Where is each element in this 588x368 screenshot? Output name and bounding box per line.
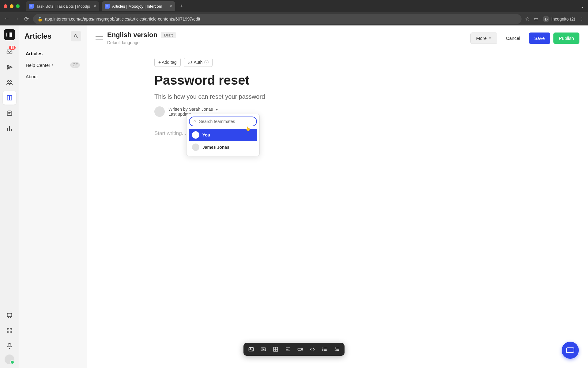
- sidebar: Articles Articles Help Center › Off Abou…: [19, 25, 87, 368]
- teammate-search-field[interactable]: [189, 117, 257, 126]
- intercom-icon: [566, 347, 574, 353]
- operators-nav[interactable]: [3, 106, 16, 120]
- save-button[interactable]: Save: [529, 33, 550, 44]
- button-label: More: [476, 36, 487, 41]
- back-button[interactable]: ←: [4, 16, 10, 22]
- intercom-launcher[interactable]: [562, 342, 579, 359]
- url-field[interactable]: 🔒 app.intercom.com/a/apps/nnsgmgob/artic…: [33, 14, 522, 24]
- incognito-label: Incognito (2): [551, 17, 575, 21]
- align-insert-icon[interactable]: [285, 346, 291, 353]
- svg-point-0: [7, 81, 9, 82]
- chevron-right-icon: ›: [52, 63, 53, 67]
- article-title-input[interactable]: Password reset: [154, 73, 588, 88]
- search-button[interactable]: [71, 31, 81, 41]
- window-close-icon[interactable]: [4, 4, 7, 8]
- editor-subtitle: Default language: [107, 40, 176, 45]
- forward-button[interactable]: →: [13, 16, 20, 22]
- author-row: Written by Sarah Jonas ▼ Last update: [154, 106, 588, 117]
- author-avatar: [154, 106, 165, 117]
- article-description-input[interactable]: This is how you can reset your password: [154, 93, 588, 100]
- browser-menu-icon[interactable]: ⋮: [579, 16, 584, 22]
- contacts-nav[interactable]: [3, 76, 16, 89]
- extensions-icon[interactable]: ▭: [534, 16, 538, 22]
- teammate-dropdown: You 👆 James Jonas: [186, 114, 260, 156]
- tag-label: Auth: [194, 60, 203, 65]
- svg-point-1: [9, 81, 11, 82]
- browser-tab-bar: ≡ Task Bots | Task Bots | Moodjo × ≡ Art…: [0, 0, 588, 12]
- messenger-nav[interactable]: [3, 309, 16, 322]
- table-insert-icon[interactable]: [272, 346, 279, 353]
- cursor-icon: 👆: [245, 126, 251, 131]
- new-tab-button[interactable]: +: [178, 3, 186, 10]
- window-minimize-icon[interactable]: [10, 4, 13, 8]
- tab-title: Task Bots | Task Bots | Moodjo: [36, 4, 90, 9]
- teammate-option-you[interactable]: You 👆: [189, 129, 257, 141]
- author-name: Sarah Jonas: [189, 107, 213, 112]
- numbered-list-icon[interactable]: [334, 346, 340, 353]
- sidebar-item-label: Articles: [26, 51, 43, 56]
- incognito-indicator: ◐ Incognito (2): [543, 16, 575, 22]
- sidebar-title: Articles: [24, 32, 51, 40]
- avatar-icon: [192, 131, 199, 139]
- outbound-nav[interactable]: [3, 60, 16, 74]
- browser-chrome: ≡ Task Bots | Task Bots | Moodjo × ≡ Art…: [0, 0, 588, 25]
- sidebar-item-articles[interactable]: Articles: [23, 48, 83, 59]
- divider: [96, 49, 579, 49]
- avatar-icon: [192, 144, 199, 151]
- browser-tab-1[interactable]: ≡ Task Bots | Task Bots | Moodjo ×: [26, 1, 99, 11]
- svg-rect-3: [7, 313, 12, 317]
- toggle-sidebar-button[interactable]: [96, 36, 103, 40]
- video-insert-icon[interactable]: [260, 346, 267, 353]
- author-prefix: Written by: [168, 107, 189, 112]
- more-button[interactable]: More ▼: [470, 33, 497, 44]
- browser-tab-2[interactable]: ≡ Articles | Moodjoy | Intercom ×: [102, 1, 175, 11]
- notifications-nav[interactable]: [3, 339, 16, 353]
- tag-icon: 🏷: [188, 60, 192, 65]
- code-insert-icon[interactable]: [309, 346, 316, 353]
- status-badge: Draft: [161, 32, 176, 38]
- sidebar-item-about[interactable]: About: [23, 71, 83, 82]
- teammate-search-input[interactable]: [199, 119, 253, 124]
- editor-header: English version Draft Default language M…: [87, 25, 588, 49]
- search-icon: [74, 34, 78, 39]
- sidebar-item-help-center[interactable]: Help Center › Off: [23, 59, 83, 71]
- svg-point-15: [322, 348, 323, 348]
- editor-toolbar: [243, 343, 345, 356]
- bullet-list-icon[interactable]: [321, 346, 328, 353]
- teammate-option-james[interactable]: James Jonas: [189, 141, 257, 153]
- svg-rect-14: [298, 348, 302, 351]
- teammate-name: James Jonas: [202, 145, 229, 150]
- reload-button[interactable]: ⟳: [23, 16, 29, 22]
- publish-button[interactable]: Publish: [553, 33, 579, 44]
- remove-tag-icon[interactable]: ×: [204, 60, 209, 64]
- close-icon[interactable]: ×: [170, 4, 172, 9]
- bookmark-icon[interactable]: ☆: [525, 16, 530, 22]
- add-tag-button[interactable]: + Add tag: [154, 58, 181, 67]
- button-insert-icon[interactable]: [297, 346, 303, 353]
- svg-point-8: [74, 35, 77, 37]
- image-insert-icon[interactable]: [248, 346, 254, 353]
- tag-chip[interactable]: 🏷 Auth ×: [184, 58, 213, 67]
- teammate-name: You: [202, 132, 210, 137]
- main-content: English version Draft Default language M…: [87, 25, 588, 368]
- tab-overflow-icon[interactable]: ⌄: [580, 3, 584, 9]
- tags-row: + Add tag 🏷 Auth ×: [154, 58, 588, 67]
- tab-favicon-icon: ≡: [29, 4, 34, 9]
- window-maximize-icon[interactable]: [16, 4, 20, 8]
- svg-rect-4: [7, 328, 9, 330]
- author-picker[interactable]: Sarah Jonas ▼: [189, 107, 218, 112]
- svg-rect-2: [7, 111, 12, 116]
- app-logo[interactable]: [4, 29, 15, 40]
- close-icon[interactable]: ×: [94, 4, 96, 9]
- search-icon: [193, 119, 197, 124]
- articles-nav[interactable]: [3, 91, 16, 105]
- user-avatar[interactable]: [5, 355, 14, 364]
- icon-rail: 18: [0, 25, 19, 368]
- svg-rect-5: [10, 328, 12, 330]
- window-controls: [4, 4, 20, 8]
- cancel-button[interactable]: Cancel: [500, 33, 526, 44]
- inbox-nav[interactable]: 18: [3, 45, 16, 59]
- caret-down-icon: ▼: [488, 36, 492, 40]
- reports-nav[interactable]: [3, 122, 16, 135]
- apps-nav[interactable]: [3, 324, 16, 337]
